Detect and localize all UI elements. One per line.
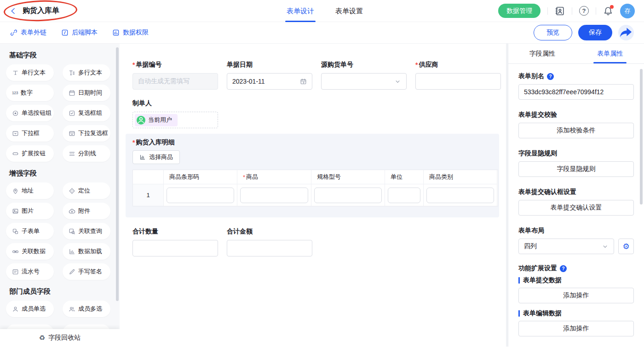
field-pill[interactable]: 单行文本 (6, 64, 54, 81)
extension-settings-label: 功能扩展设置 (518, 264, 634, 273)
single-text-icon (12, 69, 19, 76)
back-button[interactable] (9, 7, 17, 15)
preview-button[interactable]: 预览 (534, 25, 572, 40)
field-pill[interactable]: 复选框组 (63, 105, 110, 121)
enhanced-field-grid: 地址 定位 图片 附件 子表单 (6, 182, 120, 280)
section-title-enhanced: 增强字段 (9, 169, 120, 178)
field-pill[interactable]: 手写签名 (63, 263, 110, 280)
source-order-select[interactable] (321, 73, 407, 90)
visibility-rules-label: 字段显隐规则 (518, 149, 634, 158)
field-pill[interactable]: 成员多选 (63, 301, 110, 317)
contacts-book-icon[interactable] (555, 6, 565, 16)
table-cell-input[interactable] (167, 188, 234, 203)
script-icon (61, 29, 69, 36)
field-recycle-bin-button[interactable]: ♻ 字段回收站 (0, 329, 120, 347)
recycle-icon: ♻ (39, 334, 45, 342)
total-qty-input[interactable] (132, 240, 218, 256)
page-scrollbar[interactable] (640, 69, 643, 205)
serial-number-icon (12, 268, 19, 275)
field-pill[interactable]: 数据加载 (63, 243, 110, 260)
field-pill[interactable]: 成员单选 (6, 301, 54, 317)
form-layout-select[interactable]: 四列 (518, 239, 614, 254)
panel-tab[interactable]: 表单属性 (576, 44, 644, 63)
field-pill[interactable]: 附件 (63, 203, 110, 219)
permission-icon (112, 29, 120, 36)
field-source-order[interactable]: 源购货单号 (321, 61, 407, 90)
field-creator[interactable]: 制单人 当前用户 (132, 99, 493, 128)
gear-icon: ⚙ (622, 242, 629, 251)
number-icon: 123 (12, 90, 18, 97)
doc-date-input[interactable]: 2023-01-11 (227, 73, 312, 90)
field-pill[interactable]: 地址 (6, 182, 54, 199)
chevron-down-icon (394, 78, 401, 85)
doc-no-input[interactable]: 自动生成无需填写 (132, 73, 218, 90)
field-total-amount[interactable]: 合计金额 (227, 228, 312, 256)
add-validation-button[interactable]: 添加校验条件 (518, 123, 634, 138)
layout-settings-button[interactable]: ⚙ (618, 239, 634, 254)
field-doc-no[interactable]: 单据编号 自动生成无需填写 (132, 61, 218, 90)
select-product-button[interactable]: 选择商品 (132, 150, 180, 164)
notification-bell-icon[interactable] (603, 6, 613, 16)
row-index: 1 (133, 184, 164, 206)
field-pill[interactable]: 下拉复选框 (63, 125, 110, 142)
help-icon[interactable] (579, 6, 589, 16)
save-button[interactable]: 保存 (578, 25, 612, 40)
app-header: 购货入库单 表单设计 表单设置 数据管理 存 (0, 0, 644, 22)
toolbar-link[interactable]: 后端脚本 (61, 28, 98, 37)
supplier-input[interactable] (415, 73, 501, 90)
related-data-icon (12, 248, 19, 255)
user-avatar[interactable]: 存 (620, 4, 635, 18)
toolbar-link[interactable]: 数据权限 (112, 28, 149, 37)
creator-input[interactable]: 当前用户 (132, 112, 218, 128)
table-cell (424, 184, 497, 206)
visibility-rules-button[interactable]: 字段显隐规则 (518, 161, 634, 177)
share-button[interactable] (618, 25, 634, 40)
table-cell-input[interactable] (240, 188, 308, 203)
chart-icon (139, 154, 146, 160)
submit-confirm-button[interactable]: 表单提交确认设置 (518, 200, 634, 216)
basic-field-grid: 单行文本 多行文本 123 数字 日期时间 (6, 64, 120, 162)
toolbar-actions: 预览 保存 (534, 25, 634, 40)
header-tab[interactable]: 表单设计 (287, 0, 314, 22)
panel-tab[interactable]: 字段属性 (508, 44, 576, 63)
field-pill[interactable]: 关联数据 (6, 243, 54, 260)
header-tab[interactable]: 表单设置 (335, 0, 363, 22)
field-pill[interactable]: 下拉框 (6, 125, 54, 142)
table-cell-input[interactable] (314, 188, 382, 203)
data-manage-button[interactable]: 数据管理 (498, 4, 540, 18)
member-field-grid: 成员单选 成员多选 (6, 301, 120, 317)
field-pill[interactable]: 分割线 (63, 145, 110, 162)
form-alias-input[interactable]: 533dc93c82ff7eee70994f12 (518, 84, 634, 100)
select-icon (12, 130, 19, 137)
required-asterisk (132, 61, 135, 68)
field-pill[interactable]: 日期时间 (63, 85, 110, 101)
submit-add-action-button[interactable]: 添加操作 (518, 288, 634, 303)
help-icon[interactable] (547, 73, 554, 80)
field-pill[interactable]: 关联查询 (63, 223, 110, 239)
detail-subform-section[interactable]: 购货入库明细 选择商品 商品条形码 商品 规格型号 单位 (126, 134, 499, 217)
field-pill[interactable]: 图片 (6, 203, 54, 219)
field-pill[interactable]: 扩展按钮 (6, 145, 54, 162)
field-pill[interactable]: 流水号 (6, 263, 54, 280)
field-pill[interactable]: 123 数字 (6, 85, 54, 101)
field-pill[interactable]: 定位 (63, 182, 110, 199)
help-icon[interactable] (560, 265, 567, 272)
table-cell-input[interactable] (426, 188, 494, 203)
field-doc-date[interactable]: 单据日期 2023-01-11 (227, 61, 312, 90)
table-cell-input[interactable] (388, 188, 420, 203)
link-icon (10, 29, 17, 36)
field-total-qty[interactable]: 合计数量 (132, 228, 218, 256)
sidebar-scrollbar[interactable] (116, 47, 119, 301)
total-amount-input[interactable] (227, 240, 312, 256)
edit-add-action-button[interactable]: 添加操作 (518, 321, 634, 336)
field-pill[interactable]: 单选按钮组 (6, 105, 54, 121)
field-supplier[interactable]: 供应商 (415, 61, 501, 90)
field-pill[interactable]: 子表单 (6, 223, 54, 239)
address-icon (12, 188, 19, 194)
calendar-icon (300, 78, 307, 85)
field-pill[interactable]: 多行文本 (63, 64, 110, 81)
divider (547, 7, 548, 15)
toolbar-link[interactable]: 表单外链 (10, 28, 46, 37)
user-person-icon (137, 116, 145, 125)
submit-validation-label: 表单提交校验 (518, 111, 634, 119)
